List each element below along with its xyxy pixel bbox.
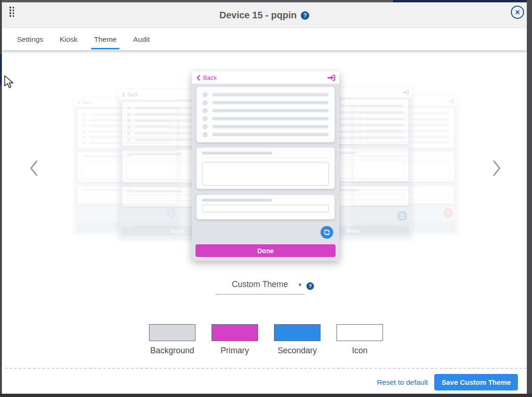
swatch-label: Primary bbox=[220, 346, 249, 356]
swatch-icon[interactable]: Icon bbox=[336, 324, 383, 356]
swatch-label: Secondary bbox=[278, 346, 317, 356]
modal-title: Device 15 - pqpin bbox=[219, 10, 297, 21]
theme-select-dropdown[interactable]: Custom Theme ▼ bbox=[215, 280, 305, 295]
close-icon: ✕ bbox=[515, 8, 520, 16]
placeholder-dot bbox=[82, 135, 86, 139]
title-help-icon[interactable]: ? bbox=[301, 11, 309, 20]
placeholder-dot bbox=[203, 116, 208, 121]
list-row-placeholder bbox=[203, 92, 329, 97]
back-chevron-icon bbox=[77, 100, 81, 105]
mouse-cursor bbox=[4, 75, 14, 89]
carousel-prev-button[interactable] bbox=[28, 159, 40, 179]
sync-icon bbox=[399, 213, 405, 219]
sign-out-icon bbox=[448, 99, 454, 104]
theme-select-value: Custom Theme bbox=[232, 280, 288, 289]
theme-select-help-icon[interactable]: ? bbox=[306, 282, 314, 290]
placeholder-title bbox=[202, 199, 272, 202]
save-custom-theme-button[interactable]: Save Custom Theme bbox=[434, 374, 518, 390]
refresh-button bbox=[444, 209, 453, 218]
swatch-background-color[interactable] bbox=[149, 324, 196, 341]
preview-back-link: Back bbox=[196, 74, 217, 81]
placeholder-title bbox=[126, 190, 181, 193]
tab-kiosk[interactable]: Kiosk bbox=[60, 28, 78, 50]
placeholder-bar bbox=[212, 109, 329, 112]
placeholder-dot bbox=[82, 113, 86, 117]
placeholder-title bbox=[126, 153, 181, 156]
list-row-placeholder bbox=[203, 100, 329, 105]
back-chevron-icon bbox=[196, 74, 201, 81]
placeholder-dot bbox=[82, 124, 86, 128]
swatch-primary-color[interactable] bbox=[211, 324, 258, 341]
reset-to-default-link[interactable]: Reset to default bbox=[377, 378, 428, 387]
placeholder-bar bbox=[212, 117, 329, 120]
page-edge-bottom bbox=[0, 394, 532, 397]
swatch-primary[interactable]: Primary bbox=[211, 324, 258, 356]
placeholder-bar bbox=[212, 101, 329, 104]
list-row-placeholder bbox=[203, 108, 329, 113]
placeholder-dot bbox=[127, 125, 131, 129]
drag-handle-icon[interactable] bbox=[9, 7, 14, 17]
placeholder-bar bbox=[212, 125, 329, 128]
placeholder-dot bbox=[82, 141, 86, 145]
close-button[interactable]: ✕ bbox=[511, 6, 524, 19]
active-tab-underline bbox=[91, 48, 119, 49]
preview-done-button: Done bbox=[196, 244, 336, 257]
tab-bar: Settings Kiosk Theme Audit bbox=[2, 28, 527, 50]
refresh-button bbox=[321, 226, 333, 239]
placeholder-dot bbox=[203, 124, 208, 129]
placeholder-dot bbox=[127, 138, 131, 142]
preview-header: Back bbox=[192, 71, 339, 84]
placeholder-dot bbox=[127, 131, 131, 135]
footer-actions: Reset to default Save Custom Theme bbox=[377, 374, 518, 390]
placeholder-title bbox=[202, 152, 272, 155]
refresh-button bbox=[397, 211, 407, 221]
back-chevron-icon bbox=[122, 92, 126, 97]
list-row-placeholder bbox=[203, 116, 329, 121]
placeholder-textarea bbox=[202, 162, 329, 186]
preview-body: Done bbox=[192, 84, 339, 261]
tab-settings[interactable]: Settings bbox=[17, 28, 43, 50]
placeholder-dot bbox=[127, 119, 131, 123]
swatch-background[interactable]: Background bbox=[149, 324, 196, 356]
placeholder-dot bbox=[203, 132, 208, 137]
sign-out-icon bbox=[327, 74, 335, 81]
placeholder-dot bbox=[203, 100, 208, 105]
placeholder-bar bbox=[212, 93, 329, 96]
placeholder-dot bbox=[203, 92, 208, 97]
chevron-right-icon bbox=[491, 159, 503, 178]
theme-color-swatches: Background Primary Secondary Icon bbox=[149, 324, 383, 356]
theme-preview-active: Back Done bbox=[192, 71, 339, 261]
swatch-label: Background bbox=[150, 346, 194, 356]
placeholder-input bbox=[202, 205, 329, 212]
carousel-next-button[interactable] bbox=[491, 159, 503, 179]
placeholder-dot bbox=[127, 112, 131, 117]
sync-icon bbox=[323, 229, 330, 236]
chevron-left-icon bbox=[28, 159, 40, 178]
preview-textarea-card bbox=[196, 148, 335, 189]
swatch-label: Icon bbox=[352, 346, 368, 356]
placeholder-dot bbox=[82, 130, 86, 133]
list-row-placeholder bbox=[203, 132, 329, 137]
preview-back-link: Back bbox=[77, 100, 92, 105]
swatch-icon-color[interactable] bbox=[336, 324, 383, 341]
list-row-placeholder bbox=[203, 124, 329, 129]
preview-back-link: Back bbox=[122, 92, 138, 97]
tab-audit[interactable]: Audit bbox=[133, 28, 149, 50]
placeholder-dot bbox=[82, 118, 86, 122]
footer-divider bbox=[5, 368, 527, 369]
tab-theme[interactable]: Theme bbox=[94, 28, 117, 50]
placeholder-dot bbox=[127, 106, 131, 110]
preview-list-card bbox=[196, 87, 335, 142]
swatch-secondary[interactable]: Secondary bbox=[274, 324, 321, 356]
sync-icon bbox=[446, 210, 451, 216]
chevron-down-icon: ▼ bbox=[297, 282, 303, 288]
page-edge-right bbox=[527, 0, 532, 397]
sign-out-icon bbox=[402, 89, 409, 95]
placeholder-dot bbox=[203, 108, 208, 113]
modal-header: Device 15 - pqpin ? bbox=[2, 2, 527, 28]
preview-input-card bbox=[196, 195, 335, 219]
placeholder-bar bbox=[212, 133, 329, 136]
swatch-secondary-color[interactable] bbox=[274, 324, 321, 341]
